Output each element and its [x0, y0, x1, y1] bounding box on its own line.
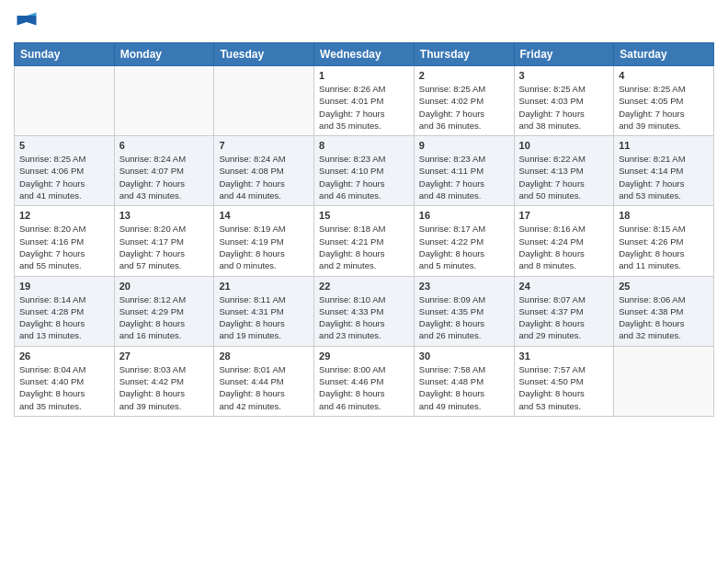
day-number: 20: [119, 281, 210, 292]
day-number: 16: [419, 210, 509, 221]
header: [14, 9, 714, 35]
day-cell: 15Sunrise: 8:18 AMSunset: 4:21 PMDayligh…: [314, 206, 415, 276]
day-number: 3: [519, 70, 609, 81]
day-number: 13: [119, 210, 210, 221]
day-cell: 19Sunrise: 8:14 AMSunset: 4:28 PMDayligh…: [15, 276, 115, 346]
day-number: 9: [419, 140, 509, 151]
day-cell: 12Sunrise: 8:20 AMSunset: 4:16 PMDayligh…: [15, 206, 115, 276]
day-info: Sunrise: 8:19 AMSunset: 4:19 PMDaylight:…: [219, 223, 309, 271]
day-info: Sunrise: 8:25 AMSunset: 4:02 PMDaylight:…: [419, 83, 509, 132]
day-number: 10: [519, 140, 609, 151]
day-cell: [15, 66, 115, 136]
day-number: 28: [219, 350, 309, 362]
page: SundayMondayTuesdayWednesdayThursdayFrid…: [0, 0, 728, 563]
day-info: Sunrise: 8:04 AMSunset: 4:40 PMDaylight:…: [19, 363, 109, 412]
day-cell: 11Sunrise: 8:21 AMSunset: 4:14 PMDayligh…: [614, 136, 714, 206]
day-cell: 8Sunrise: 8:23 AMSunset: 4:10 PMDaylight…: [314, 136, 415, 206]
week-row-2: 5Sunrise: 8:25 AMSunset: 4:06 PMDaylight…: [15, 136, 714, 206]
weekday-header-friday: Friday: [514, 43, 614, 66]
day-info: Sunrise: 8:17 AMSunset: 4:22 PMDaylight:…: [419, 223, 509, 271]
day-number: 19: [19, 281, 109, 292]
day-cell: 18Sunrise: 8:15 AMSunset: 4:26 PMDayligh…: [614, 206, 714, 276]
day-cell: 24Sunrise: 8:07 AMSunset: 4:37 PMDayligh…: [514, 276, 614, 346]
weekday-header-row: SundayMondayTuesdayWednesdayThursdayFrid…: [15, 43, 714, 66]
day-number: 31: [519, 350, 609, 362]
day-info: Sunrise: 8:20 AMSunset: 4:17 PMDaylight:…: [119, 223, 210, 271]
svg-marker-2: [27, 13, 37, 17]
day-cell: 27Sunrise: 8:03 AMSunset: 4:42 PMDayligh…: [114, 346, 214, 416]
day-cell: [214, 66, 314, 136]
day-number: 2: [419, 70, 509, 81]
day-info: Sunrise: 8:26 AMSunset: 4:01 PMDaylight:…: [319, 83, 409, 132]
day-number: 5: [19, 140, 109, 151]
day-number: 18: [619, 210, 709, 221]
day-info: Sunrise: 8:24 AMSunset: 4:08 PMDaylight:…: [219, 153, 309, 201]
day-number: 26: [19, 350, 109, 362]
day-cell: 14Sunrise: 8:19 AMSunset: 4:19 PMDayligh…: [214, 206, 314, 276]
calendar-table: SundayMondayTuesdayWednesdayThursdayFrid…: [14, 42, 714, 417]
day-info: Sunrise: 8:14 AMSunset: 4:28 PMDaylight:…: [19, 293, 109, 342]
day-info: Sunrise: 8:10 AMSunset: 4:33 PMDaylight:…: [319, 293, 409, 342]
day-info: Sunrise: 8:21 AMSunset: 4:14 PMDaylight:…: [619, 153, 709, 201]
day-cell: [614, 346, 714, 416]
day-number: 23: [419, 281, 509, 292]
day-cell: 25Sunrise: 8:06 AMSunset: 4:38 PMDayligh…: [614, 276, 714, 346]
logo-icon: [14, 9, 40, 35]
day-info: Sunrise: 8:18 AMSunset: 4:21 PMDaylight:…: [319, 223, 409, 271]
day-cell: 13Sunrise: 8:20 AMSunset: 4:17 PMDayligh…: [114, 206, 214, 276]
weekday-header-saturday: Saturday: [614, 43, 714, 66]
day-cell: 28Sunrise: 8:01 AMSunset: 4:44 PMDayligh…: [214, 346, 314, 416]
day-cell: 10Sunrise: 8:22 AMSunset: 4:13 PMDayligh…: [514, 136, 614, 206]
day-info: Sunrise: 8:07 AMSunset: 4:37 PMDaylight:…: [519, 293, 609, 342]
day-number: 7: [219, 140, 309, 151]
day-cell: 31Sunrise: 7:57 AMSunset: 4:50 PMDayligh…: [514, 346, 614, 416]
day-cell: 5Sunrise: 8:25 AMSunset: 4:06 PMDaylight…: [15, 136, 115, 206]
week-row-3: 12Sunrise: 8:20 AMSunset: 4:16 PMDayligh…: [15, 206, 714, 276]
day-info: Sunrise: 8:00 AMSunset: 4:46 PMDaylight:…: [319, 363, 409, 412]
week-row-1: 1Sunrise: 8:26 AMSunset: 4:01 PMDaylight…: [15, 66, 714, 136]
day-cell: 6Sunrise: 8:24 AMSunset: 4:07 PMDaylight…: [114, 136, 214, 206]
day-number: 24: [519, 281, 609, 292]
day-info: Sunrise: 8:15 AMSunset: 4:26 PMDaylight:…: [619, 223, 709, 271]
weekday-header-wednesday: Wednesday: [314, 43, 415, 66]
week-row-4: 19Sunrise: 8:14 AMSunset: 4:28 PMDayligh…: [15, 276, 714, 346]
weekday-header-sunday: Sunday: [15, 43, 115, 66]
day-info: Sunrise: 8:06 AMSunset: 4:38 PMDaylight:…: [619, 293, 709, 342]
day-cell: 3Sunrise: 8:25 AMSunset: 4:03 PMDaylight…: [514, 66, 614, 136]
day-info: Sunrise: 8:12 AMSunset: 4:29 PMDaylight:…: [119, 293, 210, 342]
weekday-header-thursday: Thursday: [414, 43, 514, 66]
day-info: Sunrise: 8:24 AMSunset: 4:07 PMDaylight:…: [119, 153, 210, 201]
day-number: 14: [219, 210, 309, 221]
day-info: Sunrise: 8:25 AMSunset: 4:05 PMDaylight:…: [619, 83, 709, 132]
day-number: 17: [519, 210, 609, 221]
day-cell: 1Sunrise: 8:26 AMSunset: 4:01 PMDaylight…: [314, 66, 415, 136]
day-info: Sunrise: 8:23 AMSunset: 4:11 PMDaylight:…: [419, 153, 509, 201]
day-info: Sunrise: 8:23 AMSunset: 4:10 PMDaylight:…: [319, 153, 409, 201]
day-info: Sunrise: 8:03 AMSunset: 4:42 PMDaylight:…: [119, 363, 210, 412]
day-cell: 16Sunrise: 8:17 AMSunset: 4:22 PMDayligh…: [414, 206, 514, 276]
day-cell: 30Sunrise: 7:58 AMSunset: 4:48 PMDayligh…: [414, 346, 514, 416]
day-info: Sunrise: 8:25 AMSunset: 4:06 PMDaylight:…: [19, 153, 109, 201]
day-cell: 29Sunrise: 8:00 AMSunset: 4:46 PMDayligh…: [314, 346, 415, 416]
day-info: Sunrise: 8:20 AMSunset: 4:16 PMDaylight:…: [19, 223, 109, 271]
day-number: 27: [119, 350, 210, 362]
day-info: Sunrise: 7:57 AMSunset: 4:50 PMDaylight:…: [519, 363, 609, 412]
day-cell: 2Sunrise: 8:25 AMSunset: 4:02 PMDaylight…: [414, 66, 514, 136]
day-cell: 20Sunrise: 8:12 AMSunset: 4:29 PMDayligh…: [114, 276, 214, 346]
day-number: 4: [619, 70, 709, 81]
day-number: 29: [319, 350, 409, 362]
day-cell: 23Sunrise: 8:09 AMSunset: 4:35 PMDayligh…: [414, 276, 514, 346]
day-info: Sunrise: 8:09 AMSunset: 4:35 PMDaylight:…: [419, 293, 509, 342]
day-number: 11: [619, 140, 709, 151]
day-cell: 22Sunrise: 8:10 AMSunset: 4:33 PMDayligh…: [314, 276, 415, 346]
day-info: Sunrise: 8:11 AMSunset: 4:31 PMDaylight:…: [219, 293, 309, 342]
day-number: 21: [219, 281, 309, 292]
day-cell: [114, 66, 214, 136]
day-info: Sunrise: 8:16 AMSunset: 4:24 PMDaylight:…: [519, 223, 609, 271]
day-info: Sunrise: 8:25 AMSunset: 4:03 PMDaylight:…: [519, 83, 609, 132]
day-cell: 26Sunrise: 8:04 AMSunset: 4:40 PMDayligh…: [15, 346, 115, 416]
day-number: 30: [419, 350, 509, 362]
weekday-header-tuesday: Tuesday: [214, 43, 314, 66]
logo: [14, 9, 43, 35]
day-number: 8: [319, 140, 409, 151]
